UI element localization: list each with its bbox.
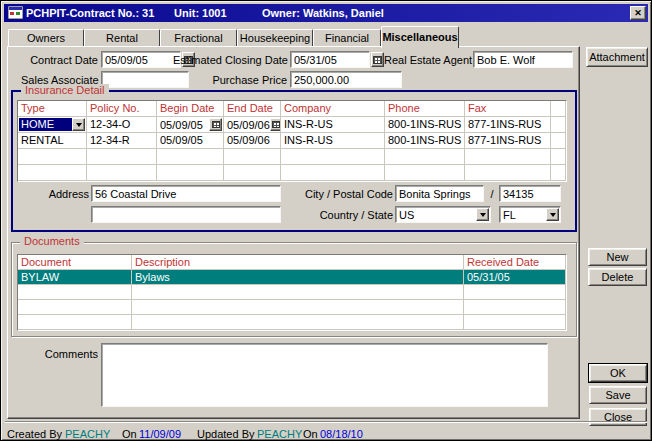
- country-dropdown-button[interactable]: [476, 208, 489, 221]
- titlebar[interactable]: PCHPIT-Contract No.: 31 Unit: 1001 Owner…: [4, 4, 648, 22]
- address-input[interactable]: [91, 185, 281, 202]
- purchase-price-label: Purchase Price: [173, 74, 287, 86]
- end-date-cell[interactable]: 05/09/06: [224, 133, 281, 149]
- address-label: Address: [43, 188, 89, 200]
- tab-housekeeping[interactable]: Housekeeping: [237, 29, 313, 47]
- documents-grid: Document Description Received Date BYLAW…: [17, 254, 567, 331]
- window-title: PCHPIT-Contract No.: 31: [26, 7, 154, 19]
- type-cell[interactable]: HOME: [18, 117, 87, 133]
- created-by-value: PEACHY: [65, 428, 110, 440]
- filler-cell: [551, 133, 566, 149]
- column-header-policy-no: Policy No.: [87, 101, 157, 117]
- calendar-icon: [212, 121, 220, 128]
- created-by-label: Created By: [7, 428, 62, 440]
- chevron-down-icon: [550, 213, 556, 220]
- received-date-cell[interactable]: 05/31/05: [464, 270, 566, 285]
- comments-textarea[interactable]: [101, 343, 548, 407]
- state-dropdown-button[interactable]: [546, 208, 559, 221]
- real-estate-agent-label: Real Estate Agent: [384, 54, 470, 66]
- column-header-filler: [551, 101, 566, 117]
- app-icon: [8, 6, 23, 19]
- country-combobox[interactable]: US: [395, 206, 491, 223]
- created-on-value: 11/09/09: [139, 428, 181, 440]
- company-cell[interactable]: INS-R-US: [281, 117, 385, 133]
- contract-date-input[interactable]: [101, 51, 181, 68]
- insurance-row-empty[interactable]: [18, 149, 566, 165]
- documents-row-empty[interactable]: [18, 285, 566, 300]
- column-header-type: Type: [18, 101, 87, 117]
- tab-fractional[interactable]: Fractional: [160, 29, 237, 47]
- chevron-down-icon: [480, 213, 486, 220]
- documents-row-bylaw[interactable]: BYLAW Bylaws 05/31/05: [18, 270, 566, 285]
- type-dropdown-button[interactable]: [72, 118, 85, 131]
- purchase-price-input[interactable]: [290, 71, 402, 88]
- documents-row-empty[interactable]: [18, 315, 566, 330]
- close-button[interactable]: Close: [589, 408, 647, 426]
- fax-cell[interactable]: 877-1INS-RUS: [465, 133, 551, 149]
- country-state-label: Country / State: [299, 209, 393, 221]
- country-value: US: [399, 209, 476, 221]
- new-button[interactable]: New: [588, 248, 647, 266]
- insurance-row-empty[interactable]: [18, 165, 566, 181]
- document-cell[interactable]: BYLAW: [18, 270, 132, 285]
- tab-rental[interactable]: Rental: [84, 29, 160, 47]
- calendar-icon: [272, 121, 280, 128]
- begin-date-text: 05/09/05: [160, 119, 203, 131]
- updated-by-value: PEACHY: [257, 428, 302, 440]
- documents-grid-header: Document Description Received Date: [18, 255, 566, 270]
- fax-cell[interactable]: 877-1INS-RUS: [465, 117, 551, 133]
- window-owner: Owner: Watkins, Daniel: [262, 7, 384, 19]
- estimated-closing-date-label: Estimated Closing Date: [173, 54, 287, 66]
- calendar-icon: [373, 56, 382, 64]
- begin-date-calendar-button[interactable]: [209, 118, 222, 131]
- begin-date-cell[interactable]: 05/09/05: [157, 133, 224, 149]
- policy-no-cell[interactable]: 12-34-R: [87, 133, 157, 149]
- updated-by-label: Updated By: [197, 428, 254, 440]
- city-input[interactable]: [395, 185, 484, 202]
- real-estate-agent-input[interactable]: [473, 51, 573, 68]
- close-window-button[interactable]: ✕: [630, 6, 646, 20]
- comments-label: Comments: [43, 348, 98, 360]
- end-date-calendar-button[interactable]: [270, 118, 281, 131]
- state-combobox[interactable]: FL: [499, 206, 561, 223]
- postal-code-input[interactable]: [499, 185, 561, 202]
- contract-window: PCHPIT-Contract No.: 31 Unit: 1001 Owner…: [0, 0, 652, 441]
- updated-on-value: 08/18/10: [320, 428, 363, 440]
- estimated-closing-date-calendar-button[interactable]: [371, 52, 384, 67]
- estimated-closing-date-input[interactable]: [290, 51, 370, 68]
- tab-miscellaneous[interactable]: Miscellaneous: [381, 26, 459, 48]
- attachment-button[interactable]: Attachment: [586, 47, 648, 67]
- filler-cell: [551, 117, 566, 133]
- phone-cell[interactable]: 800-1INS-RUS: [385, 133, 465, 149]
- tab-financial[interactable]: Financial: [313, 29, 381, 47]
- column-header-description: Description: [132, 255, 464, 270]
- column-header-document: Document: [18, 255, 132, 270]
- company-cell[interactable]: INS-R-US: [281, 133, 385, 149]
- address-line2-input[interactable]: [91, 206, 281, 223]
- updated-on-label: On: [303, 428, 318, 440]
- delete-button[interactable]: Delete: [588, 268, 647, 286]
- end-date-cell[interactable]: 05/09/06: [224, 117, 281, 133]
- end-date-text: 05/09/06: [227, 119, 270, 131]
- policy-no-cell[interactable]: 12-34-O: [87, 117, 157, 133]
- phone-cell[interactable]: 800-1INS-RUS: [385, 117, 465, 133]
- tab-strip: Owners Rental Fractional Housekeeping Fi…: [8, 26, 459, 48]
- insurance-grid-header: Type Policy No. Begin Date End Date Comp…: [18, 101, 566, 117]
- column-header-company: Company: [281, 101, 385, 117]
- documents-row-empty[interactable]: [18, 300, 566, 315]
- type-cell[interactable]: RENTAL: [18, 133, 87, 149]
- tab-owners[interactable]: Owners: [8, 29, 84, 47]
- status-divider: [5, 421, 647, 423]
- description-cell[interactable]: Bylaws: [132, 270, 464, 285]
- column-header-phone: Phone: [385, 101, 465, 117]
- ok-button[interactable]: OK: [589, 364, 647, 382]
- column-header-received-date: Received Date: [464, 255, 566, 270]
- contract-date-label: Contract Date: [21, 54, 98, 66]
- type-cell-selected-text: HOME: [19, 118, 72, 131]
- city-postal-label: City / Postal Code: [299, 188, 393, 200]
- insurance-row-home: HOME 12-34-O 05/09/05 05/09/06 INS-R-US …: [18, 117, 566, 133]
- chevron-down-icon: [76, 123, 82, 130]
- begin-date-cell[interactable]: 05/09/05: [157, 117, 224, 133]
- created-on-label: On: [122, 428, 137, 440]
- save-button[interactable]: Save: [589, 386, 647, 404]
